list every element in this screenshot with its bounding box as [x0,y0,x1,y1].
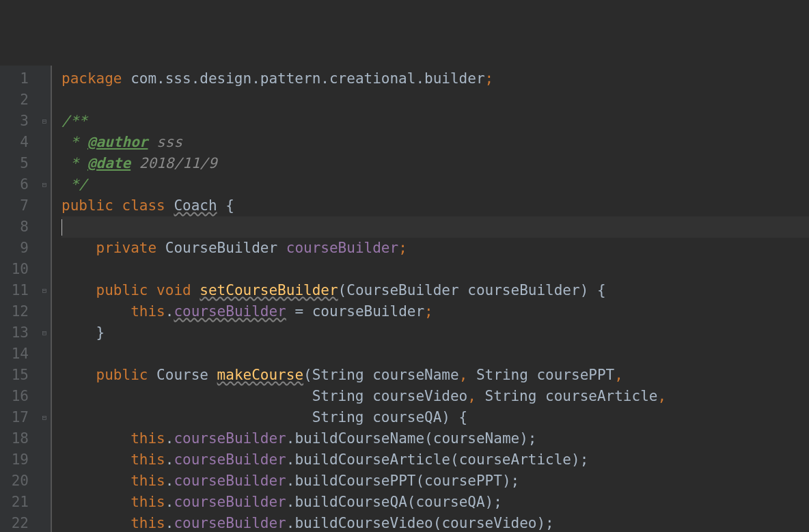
keyword: public [96,282,157,298]
dot: . [286,451,295,468]
punct: ; [398,240,407,256]
field: courseBuilder [174,473,286,489]
fold-toggle-icon[interactable]: ⊟ [38,111,51,132]
code-line[interactable]: this.courseBuilder.buildCourseArticle(co… [61,449,809,471]
code-line[interactable]: this.courseBuilder.buildCourseQA(courseQ… [61,492,809,513]
method-call: buildCoursePPT [294,473,415,489]
code-line[interactable]: this.courseBuilder.buildCourseName(cours… [61,428,809,449]
line-number[interactable]: 7 [5,195,29,216]
javadoc-tag: @author [87,134,148,150]
keyword: public [61,197,122,214]
line-number[interactable]: 13 [5,322,29,344]
fold-spacer [38,365,51,386]
fold-toggle-icon[interactable]: ⊟ [38,174,51,195]
paren: ( [303,367,312,383]
line-number[interactable]: 22 [5,513,29,532]
line-number[interactable]: 18 [5,428,29,449]
line-number-gutter[interactable]: 1234567891011121314151617181920212223242… [0,66,38,532]
line-number[interactable]: 11 [5,280,29,301]
line-number[interactable]: 5 [5,153,29,174]
fold-toggle-icon[interactable]: ⊟ [38,280,51,301]
field: courseBuilder [286,240,398,256]
code-line[interactable]: this.courseBuilder = courseBuilder; [61,301,809,322]
code-line[interactable]: /** [61,111,809,132]
param-name: coursePPT [536,367,614,383]
line-number[interactable]: 12 [5,301,29,322]
line-number[interactable]: 10 [5,259,29,280]
indent [61,303,131,320]
code-line[interactable]: public void setCourseBuilder(CourseBuild… [61,280,809,301]
code-line[interactable]: * @date 2018/11/9 [61,153,809,174]
paren: ( [338,282,347,298]
line-number[interactable]: 8 [5,216,29,238]
param-type: String [485,388,546,404]
code-line[interactable]: public class Coach { [61,195,809,216]
line-number[interactable]: 9 [5,238,29,259]
dot: . [286,494,295,510]
indent [61,430,131,447]
keyword: this [131,430,165,447]
param-name: courseBuilder [467,282,579,298]
code-line[interactable]: * @author sss [61,132,809,153]
dot: . [165,451,174,468]
paren: ( [433,515,442,531]
line-number[interactable]: 3 [5,111,29,132]
indent [61,282,96,298]
line-number[interactable]: 20 [5,471,29,492]
indent [61,515,131,531]
line-number[interactable]: 6 [5,174,29,195]
fold-spacer [38,471,51,492]
method-name: makeCourse [217,367,303,383]
code-line[interactable]: private CourseBuilder courseBuilder; [61,238,809,259]
code-line[interactable]: this.courseBuilder.buildCoursePPT(course… [61,471,809,492]
code-line[interactable] [61,344,809,365]
code-line-current[interactable] [61,216,809,238]
line-number[interactable]: 17 [5,407,29,428]
indent [61,451,131,468]
code-line[interactable] [61,259,809,280]
keyword: void [156,282,200,298]
code-line[interactable]: */ [61,174,809,195]
code-line[interactable]: String courseQA) { [61,407,809,428]
brace: { [217,197,234,214]
field: courseBuilder [174,430,286,447]
paren: ( [450,451,459,468]
fold-toggle-icon[interactable]: ⊟ [38,407,51,428]
param-type: String [312,409,373,425]
punct: ; [485,70,494,87]
dot: . [165,494,174,510]
line-number[interactable]: 4 [5,132,29,153]
fold-spacer [38,216,51,238]
code-line[interactable]: public Course makeCourse(String courseNa… [61,365,809,386]
line-number[interactable]: 14 [5,344,29,365]
code-line[interactable]: } [61,322,809,344]
javadoc-tag: @date [87,155,131,171]
param-name: courseName [372,367,458,383]
line-number[interactable]: 1 [5,68,29,89]
line-number[interactable]: 16 [5,386,29,407]
indent [61,494,131,510]
javadoc-sp [131,155,139,171]
fold-spacer [38,238,51,259]
fold-spacer [38,259,51,280]
line-number[interactable]: 21 [5,492,29,513]
dot: . [286,430,295,447]
line-number[interactable]: 2 [5,89,29,111]
fold-toggle-icon[interactable]: ⊟ [38,322,51,344]
code-line[interactable]: this.courseBuilder.buildCourseVideo(cour… [61,513,809,532]
code-line[interactable] [61,89,809,111]
class-name: Coach [174,197,217,214]
punct: ; [424,303,433,320]
fold-gutter[interactable]: ⊟ ⊟ ⊟ ⊟ ⊟ ⊟ [38,66,51,532]
code-area[interactable]: package com.sss.design.pattern.creationa… [52,66,809,532]
line-number[interactable]: 15 [5,365,29,386]
paren: ) { [580,282,606,298]
code-line[interactable]: package com.sss.design.pattern.creationa… [61,68,809,89]
field: courseBuilder [174,494,286,510]
fold-spacer [38,195,51,216]
line-number[interactable]: 19 [5,449,29,471]
brace: } [96,324,105,341]
code-line[interactable]: String courseVideo, String courseArticle… [61,386,809,407]
keyword: this [131,451,165,468]
indent [61,324,96,341]
